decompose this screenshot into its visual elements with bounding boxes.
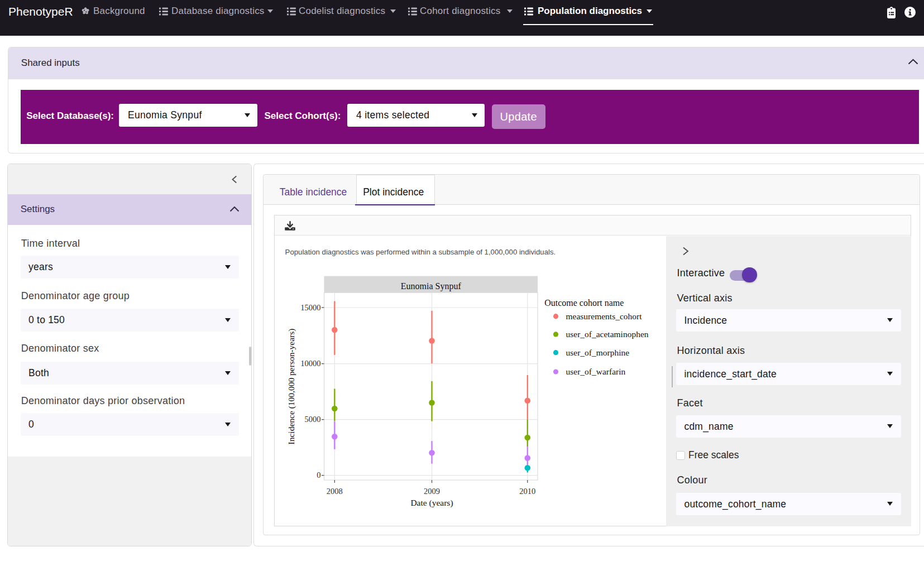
svg-text:Date (years): Date (years) xyxy=(411,498,453,508)
svg-text:5000: 5000 xyxy=(305,415,321,424)
svg-text:10000: 10000 xyxy=(301,359,321,368)
svg-text:Incidence (100,000 person-year: Incidence (100,000 person-years) xyxy=(286,329,296,445)
svg-text:2010: 2010 xyxy=(520,487,536,496)
svg-text:Eunomia Synpuf: Eunomia Synpuf xyxy=(401,281,462,291)
svg-text:user_of_acetaminophen: user_of_acetaminophen xyxy=(566,329,649,339)
svg-text:user_of_morphine: user_of_morphine xyxy=(566,348,630,357)
svg-text:Population diagnostics was per: Population diagnostics was performed wit… xyxy=(285,248,556,256)
svg-text:15000: 15000 xyxy=(301,303,321,312)
svg-text:measurements_cohort: measurements_cohort xyxy=(566,311,643,321)
svg-text:user_of_warfarin: user_of_warfarin xyxy=(566,367,626,376)
svg-text:2009: 2009 xyxy=(424,487,440,496)
svg-text:0: 0 xyxy=(317,471,321,480)
svg-text:2008: 2008 xyxy=(327,487,343,496)
svg-text:Outcome cohort name: Outcome cohort name xyxy=(545,299,624,308)
